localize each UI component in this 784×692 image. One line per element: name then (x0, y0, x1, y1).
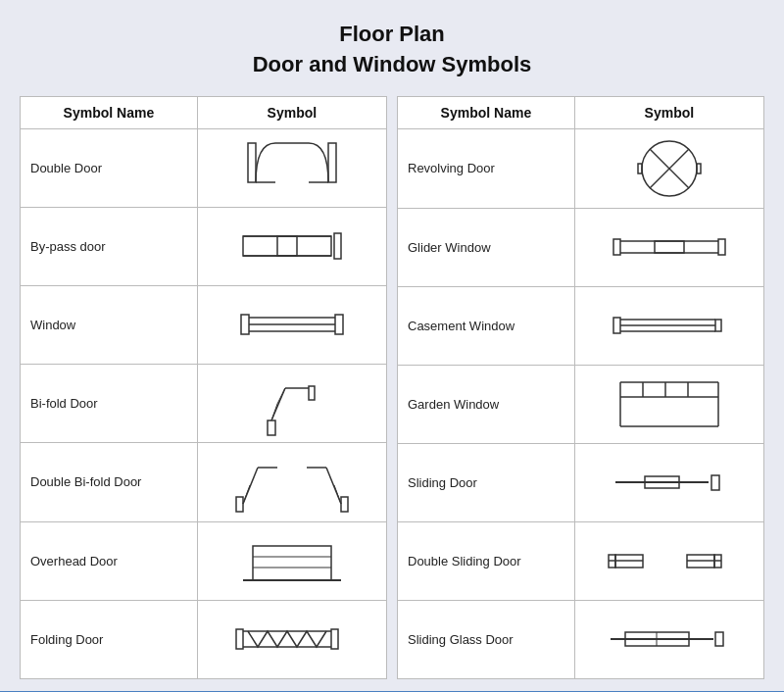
svg-rect-9 (334, 233, 341, 259)
svg-line-28 (334, 485, 341, 504)
row-name: Bi-fold Door (21, 364, 198, 442)
double-bifold-door-symbol (197, 442, 386, 521)
svg-rect-48 (715, 320, 721, 331)
row-name: Overhead Door (21, 521, 198, 600)
table-row: Double Door (21, 128, 387, 207)
table-row: Glider Window (398, 208, 764, 286)
row-name: Glider Window (398, 208, 575, 286)
row-name: Double Sliding Door (398, 521, 575, 600)
garden-window-symbol (574, 365, 763, 443)
row-name: Garden Window (398, 365, 575, 443)
folding-door-symbol (197, 600, 386, 678)
double-sliding-door-symbol (574, 521, 763, 600)
table-row: Window (21, 285, 387, 364)
row-name: Double Door (21, 128, 198, 207)
table-row: Bi-fold Door (21, 364, 387, 442)
left-header-name: Symbol Name (21, 96, 198, 128)
svg-rect-33 (236, 629, 243, 649)
right-header-name: Symbol Name (398, 96, 575, 128)
svg-rect-77 (715, 632, 723, 646)
bifold-door-symbol (197, 364, 386, 442)
svg-rect-43 (718, 239, 725, 255)
table-row: Revolving Door (398, 128, 764, 208)
svg-rect-11 (335, 315, 343, 334)
svg-rect-22 (341, 497, 348, 512)
glider-window-symbol (574, 208, 763, 286)
table-row: Folding Door (21, 600, 387, 678)
sliding-door-symbol (574, 443, 763, 521)
svg-rect-10 (241, 315, 249, 334)
table-row: Double Bi-fold Door (21, 442, 387, 521)
svg-line-19 (271, 404, 277, 420)
row-name: Sliding Glass Door (398, 600, 575, 678)
table-row: Overhead Door (21, 521, 387, 600)
svg-rect-15 (268, 420, 275, 435)
table-row: Garden Window (398, 365, 764, 443)
sliding-glass-door-symbol (574, 600, 763, 678)
table-row: By-pass door (21, 207, 387, 285)
bypass-door-symbol (197, 207, 386, 285)
svg-rect-46 (655, 241, 684, 253)
svg-rect-36 (331, 629, 338, 649)
table-row: Casement Window (398, 286, 764, 365)
revolving-door-symbol (574, 128, 763, 208)
svg-line-20 (277, 388, 285, 404)
row-name: Double Bi-fold Door (21, 442, 198, 521)
right-header-symbol: Symbol (574, 96, 763, 128)
table-row: Sliding Glass Door (398, 600, 764, 678)
svg-rect-7 (243, 236, 297, 256)
svg-rect-0 (248, 143, 256, 182)
svg-rect-1 (328, 143, 336, 182)
double-door-symbol (197, 128, 386, 207)
svg-rect-47 (613, 318, 620, 333)
svg-rect-16 (309, 386, 315, 400)
svg-rect-29 (253, 546, 331, 580)
svg-rect-41 (697, 164, 701, 173)
svg-rect-21 (236, 497, 243, 512)
row-name: Sliding Door (398, 443, 575, 521)
row-name: Casement Window (398, 286, 575, 365)
left-header-symbol: Symbol (197, 96, 386, 128)
row-name: By-pass door (21, 207, 198, 285)
svg-rect-67 (711, 475, 719, 490)
casement-window-symbol (574, 286, 763, 365)
window-symbol (197, 285, 386, 364)
table-row: Double Sliding Door (398, 521, 764, 600)
left-symbol-table: Symbol Name Symbol Double Door (20, 96, 387, 679)
table-row: Sliding Door (398, 443, 764, 521)
main-title: Floor Plan Door and Window Symbols (253, 20, 532, 80)
row-name: Revolving Door (398, 128, 575, 208)
svg-rect-8 (277, 236, 331, 256)
right-symbol-table: Symbol Name Symbol Revolving Door (397, 96, 764, 679)
svg-line-25 (243, 485, 250, 504)
tables-wrapper: Symbol Name Symbol Double Door (20, 96, 764, 679)
title-block: Floor Plan Door and Window Symbols (253, 20, 532, 80)
svg-rect-42 (613, 239, 620, 255)
row-name: Folding Door (21, 600, 198, 678)
row-name: Window (21, 285, 198, 364)
overhead-door-symbol (197, 521, 386, 600)
svg-rect-40 (638, 164, 642, 173)
